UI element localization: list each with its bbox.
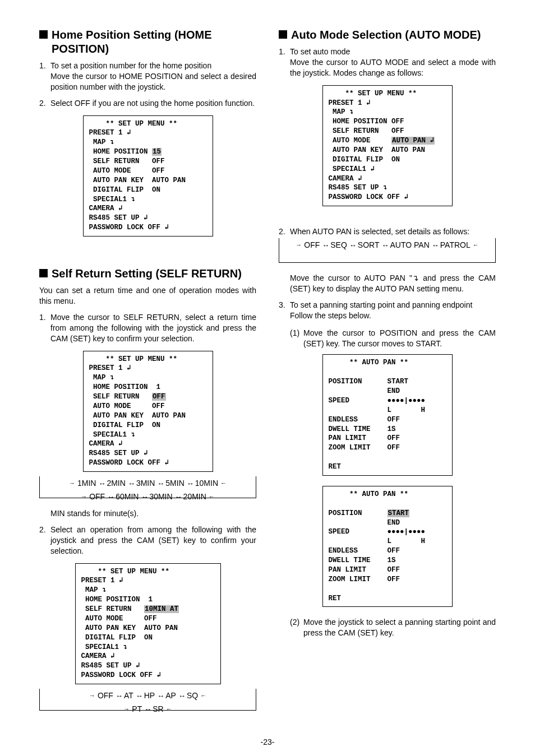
substep-number: (2) bbox=[290, 617, 303, 628]
cycle-option: SR bbox=[153, 704, 163, 713]
step-text: Move the cursor to HOME POSITION and sel… bbox=[50, 72, 256, 91]
bi-arrow-icon: ↔ bbox=[157, 692, 163, 700]
step-item: 2. When AUTO PAN is selected, set detail… bbox=[279, 226, 496, 237]
section-title-auto-mode: Auto Mode Selection (AUTO MODE) bbox=[279, 28, 496, 42]
arrow-icon bbox=[69, 480, 75, 486]
step-number: 1. bbox=[39, 312, 50, 323]
arrow-icon bbox=[123, 706, 130, 712]
cycle-option: 30MIN bbox=[149, 492, 172, 501]
step-number: 2. bbox=[39, 525, 50, 535]
mode-cycle-diagram: OFF ↔ AT ↔ HP ↔ AP ↔ SQ PT ↔ SR bbox=[39, 689, 256, 711]
step-text: To set a panning starting point and pann… bbox=[290, 300, 472, 309]
cycle-option: OFF bbox=[98, 691, 113, 700]
setup-menu-screen: ** SET UP MENU ** PRESET 1 ↲ MAP ↴ HOME … bbox=[322, 85, 453, 207]
bi-arrow-icon: ↔ bbox=[175, 493, 181, 501]
bi-arrow-icon: ↔ bbox=[178, 692, 185, 700]
step-number: 1. bbox=[39, 61, 50, 71]
bi-arrow-icon: ↔ bbox=[157, 479, 163, 488]
setup-menu-screen: ** SET UP MENU ** PRESET 1 ↲ MAP ↴ HOME … bbox=[83, 351, 213, 472]
step-text: Move the cursor to AUTO MODE and select … bbox=[290, 58, 496, 77]
bi-arrow-icon: ↔ bbox=[128, 479, 134, 488]
highlighted-value: AUTO PAN ↲ bbox=[391, 137, 435, 145]
arrow-icon bbox=[166, 706, 172, 712]
cycle-option: HP bbox=[144, 691, 155, 700]
step-text: To set auto mode bbox=[290, 47, 350, 56]
substep-item: (1) Move the cursor to POSITION and pres… bbox=[290, 328, 496, 349]
cycle-option: PT bbox=[132, 704, 142, 713]
arrow-icon bbox=[296, 242, 302, 248]
substep-text: Move the cursor to POSITION and press th… bbox=[290, 328, 496, 349]
instruction-text: Move the cursor to AUTO PAN "↴ and press… bbox=[279, 273, 496, 294]
cycle-option: 5MIN bbox=[165, 479, 184, 488]
note-text: MIN stands for minute(s). bbox=[39, 508, 256, 519]
cycle-option: 3MIN bbox=[136, 479, 155, 488]
highlighted-value: OFF bbox=[152, 393, 166, 401]
step-text: Move the cursor to SELF RETURN, select a… bbox=[39, 312, 256, 344]
cycle-option: 2MIN bbox=[107, 479, 125, 488]
highlighted-value: 10MIN AT bbox=[144, 605, 179, 613]
cycle-option: AUTO PAN bbox=[390, 240, 430, 249]
cycle-option: OFF bbox=[89, 492, 105, 501]
bi-arrow-icon: ↔ bbox=[432, 241, 438, 249]
section-title-self-return: Self Return Setting (SELF RETURN) bbox=[39, 267, 256, 281]
step-number: 3. bbox=[279, 300, 290, 310]
cycle-option: AT bbox=[124, 691, 133, 700]
substep-item: (2) Move the joystick to select a pannin… bbox=[290, 617, 496, 638]
arrow-icon bbox=[209, 493, 215, 500]
arrow-icon bbox=[220, 480, 227, 486]
cycle-option: 60MIN bbox=[116, 492, 139, 501]
bi-arrow-icon: ↔ bbox=[107, 493, 113, 501]
cycle-option: SEQ bbox=[330, 240, 347, 249]
cycle-option: AP bbox=[165, 691, 176, 700]
bi-arrow-icon: ↔ bbox=[144, 705, 150, 713]
step-text: Select OFF if you are not using the home… bbox=[39, 98, 256, 109]
substep-text: Move the joystick to select a panning st… bbox=[290, 617, 496, 638]
cycle-option: OFF bbox=[304, 240, 320, 249]
step-text: When AUTO PAN is selected, set details a… bbox=[279, 226, 496, 237]
auto-mode-cycle-diagram: OFF ↔ SEQ ↔ SORT ↔ AUTO PAN ↔ PATROL bbox=[279, 238, 496, 263]
time-cycle-diagram: 1MIN ↔ 2MIN ↔ 3MIN ↔ 5MIN ↔ 10MIN OFF ↔ … bbox=[39, 476, 256, 498]
cycle-option: 1MIN bbox=[77, 479, 96, 488]
arrow-icon bbox=[89, 692, 95, 699]
highlighted-value: START bbox=[388, 509, 410, 517]
arrow-icon bbox=[473, 242, 479, 248]
step-item: 3. To set a panning starting point and p… bbox=[279, 300, 496, 321]
cycle-option: SQ bbox=[187, 691, 198, 700]
step-item: 2. Select OFF if you are not using the h… bbox=[39, 98, 256, 109]
bi-arrow-icon: ↔ bbox=[322, 241, 328, 249]
substep-number: (1) bbox=[290, 328, 303, 338]
auto-pan-screen: ** AUTO PAN ** POSITION START END SPEED … bbox=[322, 354, 453, 476]
step-item: 2. Select an operation from among the fo… bbox=[39, 525, 256, 556]
step-item: 1. To set auto mode Move the cursor to A… bbox=[279, 47, 496, 78]
bi-arrow-icon: ↔ bbox=[116, 692, 122, 700]
step-text: Select an operation from among the follo… bbox=[39, 525, 256, 556]
cycle-option: SORT bbox=[358, 240, 380, 249]
arrow-icon bbox=[200, 692, 206, 699]
step-number: 2. bbox=[279, 226, 290, 237]
highlighted-value: 15 bbox=[152, 148, 162, 156]
bi-arrow-icon: ↔ bbox=[349, 241, 356, 249]
setup-menu-screen: ** SET UP MENU ** PRESET 1 ↲ MAP ↴ HOME … bbox=[75, 563, 221, 685]
bi-arrow-icon: ↔ bbox=[136, 692, 142, 700]
step-text: To set a position number for the home po… bbox=[50, 61, 211, 70]
bi-arrow-icon: ↔ bbox=[98, 479, 104, 488]
step-item: 1. To set a position number for the home… bbox=[39, 61, 256, 92]
cycle-option: 10MIN bbox=[195, 479, 218, 488]
setup-menu-screen: ** SET UP MENU ** PRESET 1 ↲ MAP ↴ HOME … bbox=[83, 115, 213, 237]
bi-arrow-icon: ↔ bbox=[187, 479, 193, 488]
bi-arrow-icon: ↔ bbox=[141, 493, 147, 501]
bi-arrow-icon: ↔ bbox=[382, 241, 388, 249]
step-text: Follow the steps below. bbox=[290, 311, 371, 320]
cycle-option: PATROL bbox=[440, 240, 471, 249]
section-title-home-position: Home Position Setting (HOME POSITION) bbox=[39, 28, 256, 56]
step-item: 1. Move the cursor to SELF RETURN, selec… bbox=[39, 312, 256, 344]
step-number: 2. bbox=[39, 98, 50, 109]
page-number: -23- bbox=[39, 738, 496, 746]
cycle-option: 20MIN bbox=[183, 492, 206, 501]
arrow-icon bbox=[81, 493, 87, 500]
intro-text: You can set a return time and one of ope… bbox=[39, 285, 256, 307]
step-number: 1. bbox=[279, 47, 290, 57]
auto-pan-screen: ** AUTO PAN ** POSITION START END SPEED … bbox=[322, 486, 453, 607]
